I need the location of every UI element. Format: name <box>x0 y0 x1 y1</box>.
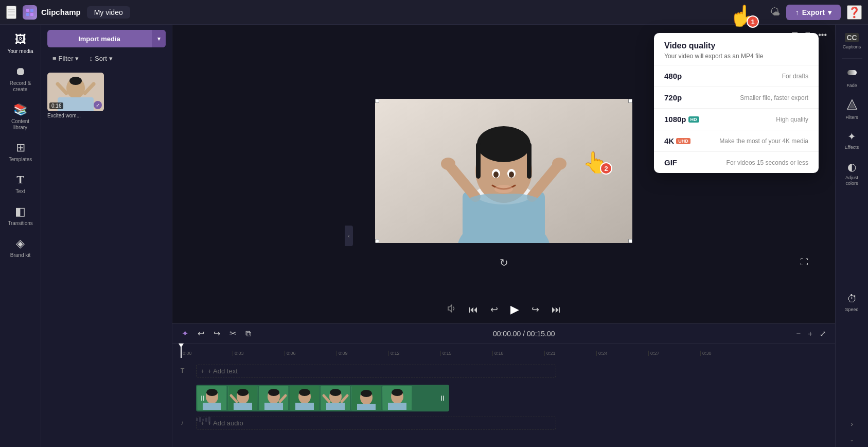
video-clip[interactable]: ⏸ <box>196 385 449 411</box>
quality-desc-gif: For videos 15 seconds or less <box>727 159 808 166</box>
export-dropdown-header: Video quality Your video will export as … <box>654 33 819 65</box>
sidebar-item-label-templates: Templates <box>9 157 32 163</box>
video-frame <box>290 386 320 410</box>
resize-handle-br[interactable] <box>628 239 632 243</box>
sidebar-item-adjust-colors[interactable]: ◐ Adjust colors <box>837 157 867 191</box>
redo-button[interactable]: ↪ <box>210 327 223 340</box>
fullscreen-button[interactable]: ⛶ <box>798 255 810 269</box>
svg-point-17 <box>477 126 530 162</box>
ruler-mark: 0:18 <box>492 351 544 356</box>
filter-chevron: ▾ <box>75 55 79 62</box>
sidebar-item-your-media[interactable]: 🖼 Your media <box>2 29 39 59</box>
export-button[interactable]: ↑ Export ▾ <box>786 5 841 20</box>
sidebar-item-captions[interactable]: CC Captions <box>837 29 867 54</box>
svg-point-36 <box>237 389 249 396</box>
sidebar-item-record-create[interactable]: ⏺ Record & create <box>2 61 39 97</box>
add-audio-button[interactable]: + + Add audio <box>196 417 556 429</box>
media-panel: Import media ▾ ≡ Filter ▾ ↕ Sort ▾ <box>41 25 172 447</box>
sidebar-item-content-library[interactable]: 📚 Content library <box>2 99 39 135</box>
resize-handle-tl[interactable] <box>375 99 379 103</box>
right-sidebar: CC Captions Fade <box>835 25 868 447</box>
sidebar-item-filters[interactable]: Filters <box>837 95 867 125</box>
duplicate-button[interactable]: ⧉ <box>242 328 254 340</box>
fast-forward-button[interactable]: ↪ <box>529 302 541 317</box>
ruler-mark: 0:21 <box>544 351 596 356</box>
media-panel-header: Import media ▾ ≡ Filter ▾ ↕ Sort ▾ <box>41 25 172 67</box>
quality-name-720p: 720p <box>664 93 682 102</box>
sidebar-item-label-brand-kit: Brand kit <box>10 252 30 259</box>
filter-button[interactable]: ≡ Filter ▾ <box>49 53 82 64</box>
import-media-button[interactable]: Import media ▾ <box>47 30 166 47</box>
play-pause-button[interactable]: ▶ <box>508 301 521 318</box>
playback-controls: ⏮ ↩ ▶ ↪ ⏭ <box>172 297 835 323</box>
add-text-button[interactable]: + + Add text <box>196 365 556 377</box>
export-quality-4k[interactable]: 4K UHD Make the most of your 4K media <box>654 130 819 151</box>
svg-rect-3 <box>30 13 33 16</box>
sidebar-item-effects[interactable]: ✦ Effects <box>837 126 867 154</box>
sidebar-item-text[interactable]: T Text <box>2 169 39 199</box>
ruler-mark: 0:06 <box>285 351 336 356</box>
resize-handle-tr[interactable] <box>628 99 632 103</box>
hide-panel-button[interactable]: ‹ <box>345 226 353 246</box>
quality-desc-480p: For drafts <box>782 73 808 80</box>
audio-track-label: ♪ <box>181 419 196 426</box>
export-quality-480p[interactable]: 480p For drafts <box>654 65 819 87</box>
media-thumbnail[interactable]: 0:16 ✓ <box>47 73 104 111</box>
sidebar-item-label-text: Text <box>15 188 25 195</box>
media-item[interactable]: 0:16 ✓ Excited wom... <box>47 73 104 118</box>
import-media-chevron[interactable]: ▾ <box>151 30 166 47</box>
mute-button[interactable] <box>445 302 458 318</box>
sidebar-item-transitions[interactable]: ◧ Transitions <box>2 201 39 231</box>
svg-point-8 <box>69 77 82 85</box>
svg-rect-1 <box>30 9 33 12</box>
svg-rect-35 <box>234 403 252 410</box>
skip-forward-button[interactable]: ⏭ <box>550 302 563 317</box>
sort-label: Sort <box>95 55 107 62</box>
import-media-label: Import media <box>47 35 151 43</box>
collapse-right-panel-button[interactable]: › <box>846 416 857 432</box>
export-quality-1080p[interactable]: 1080p HD High quality <box>654 108 819 130</box>
filter-icon: ≡ <box>52 55 57 62</box>
help-button[interactable]: ❓ <box>847 5 862 20</box>
rewind-button[interactable]: ↩ <box>488 302 500 317</box>
export-quality-720p[interactable]: 720p Smaller file, faster export <box>654 87 819 108</box>
refresh-icon[interactable]: ↻ <box>500 256 508 269</box>
skip-back-button[interactable]: ⏮ <box>467 302 480 317</box>
sidebar-item-speed[interactable]: ⏱ Speed <box>837 289 867 317</box>
add-audio-icon: + <box>201 419 205 427</box>
menu-icon[interactable]: ☰ <box>6 6 16 19</box>
ruler-mark: 0:30 <box>700 351 752 356</box>
sidebar-item-brand-kit[interactable]: ◈ Brand kit <box>2 233 39 263</box>
fade-icon <box>846 67 858 81</box>
magic-button[interactable]: ✦ <box>179 327 191 340</box>
svg-point-60 <box>392 389 403 396</box>
project-name[interactable]: My video <box>87 6 130 19</box>
cut-button[interactable]: ✂ <box>226 327 239 340</box>
playhead-triangle <box>179 343 184 348</box>
text-track-label: T <box>181 367 196 374</box>
export-quality-gif[interactable]: GIF For videos 15 seconds or less <box>654 151 819 173</box>
speed-label: Speed <box>845 307 858 313</box>
timeline-inner: 0:00 0:03 0:06 0:09 0:12 0:15 0:18 0:21 … <box>172 343 835 435</box>
sidebar-item-fade[interactable]: Fade <box>837 63 867 93</box>
captions-icon: CC <box>845 33 858 42</box>
import-row: Import media ▾ <box>47 30 166 47</box>
ruler-marks: 0:00 0:03 0:06 0:09 0:12 0:15 0:18 0:21 … <box>181 351 752 358</box>
undo-button[interactable]: ↩ <box>194 327 207 340</box>
sidebar-item-templates[interactable]: ⊞ Templates <box>2 137 39 167</box>
playhead[interactable] <box>181 343 182 358</box>
current-time: 00:00.00 <box>493 330 521 338</box>
resize-handle-bl[interactable] <box>375 239 379 243</box>
sort-button[interactable]: ↕ Sort ▾ <box>86 53 115 64</box>
video-frame-display <box>375 99 632 243</box>
fit-button[interactable]: ⤢ <box>817 328 829 339</box>
filter-sort-row: ≡ Filter ▾ ↕ Sort ▾ <box>47 53 166 64</box>
quality-name-1080p: 1080p HD <box>664 115 699 124</box>
video-frame <box>382 386 412 410</box>
total-time: 00:15.00 <box>527 330 555 338</box>
text-track-icon: T <box>181 367 184 374</box>
right-panel-expand-arrow[interactable]: ⌄ <box>849 436 854 443</box>
zoom-in-button[interactable]: + <box>805 328 815 339</box>
zoom-out-button[interactable]: − <box>793 328 803 339</box>
timeline-time-display: 00:00.00 / 00:15.00 <box>257 330 790 338</box>
